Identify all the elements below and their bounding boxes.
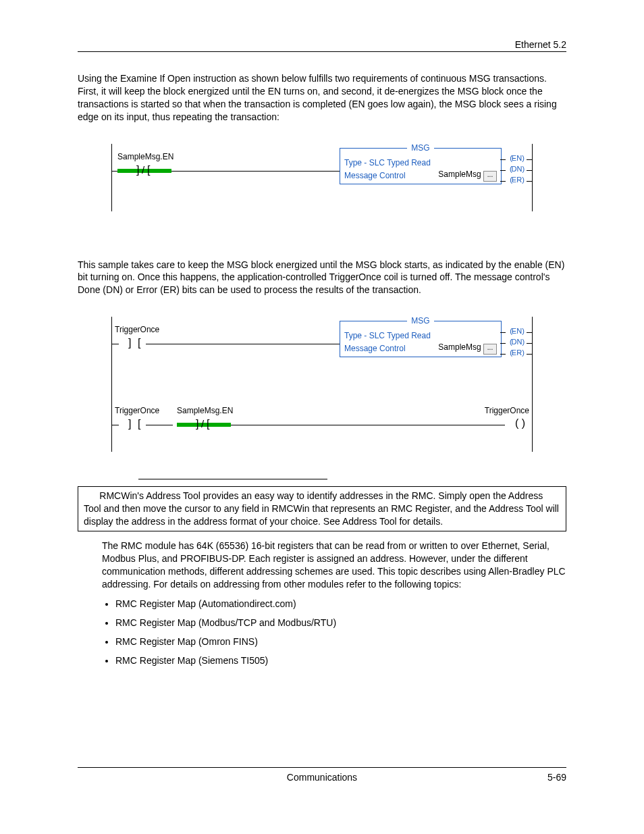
- msg-title-2: MSG: [407, 316, 434, 325]
- msg-config-button[interactable]: ...: [483, 171, 497, 182]
- paragraph-2: This sample takes care to keep the MSG b…: [78, 259, 566, 297]
- header-rule: Ethernet 5.2: [78, 39, 566, 52]
- xic-tag-1: TriggerOnce: [115, 325, 159, 334]
- list-item: RMC Register Map (Omron FINS): [115, 636, 566, 647]
- list-item: RMC Register Map (Modbus/TCP and Modbus/…: [115, 617, 566, 628]
- msg-ctrl-value-2: SampleMsg: [438, 342, 481, 352]
- msg-ctrl-label-2: Message Control: [344, 344, 406, 353]
- msg-config-button-2[interactable]: ...: [483, 344, 497, 355]
- msg-type-label: Type - SLC Typed Read: [344, 158, 431, 167]
- msg-ctrl-label: Message Control: [344, 171, 406, 180]
- tip-box: RMCWin's Address Tool provides an easy w…: [78, 486, 566, 531]
- msg-block: MSG Type - SLC Typed Read Message Contro…: [340, 148, 502, 184]
- xio-tag-2: SampleMsg.EN: [177, 406, 233, 415]
- ladder-diagram-2: TriggerOnce ][ MSG Type - SLC Typed Read…: [111, 317, 533, 452]
- header-section: Ethernet 5.2: [78, 39, 566, 50]
- coil-tag: TriggerOnce: [485, 406, 529, 415]
- tip-text: RMCWin's Address Tool provides an easy w…: [84, 490, 559, 527]
- msg-block-2: MSG Type - SLC Typed Read Message Contro…: [340, 321, 502, 357]
- xio-instruction: ]/[: [117, 164, 171, 178]
- paragraph-3: The RMC module has 64K (65536) 16-bit re…: [102, 540, 566, 591]
- msg-type-label-2: Type - SLC Typed Read: [344, 331, 431, 340]
- msg-out-en: EN: [512, 154, 522, 162]
- bullet-list: RMC Register Map (Automationdirect.com) …: [78, 598, 566, 666]
- msg-out-dn: DN: [512, 165, 522, 173]
- msg-outputs: (EN) (DN) (ER): [502, 154, 532, 186]
- xic-tag-2: TriggerOnce: [115, 406, 159, 415]
- xic-instruction-1: ][: [122, 337, 149, 350]
- msg-out-dn-2: DN: [512, 338, 522, 346]
- msg-ctrl-value: SampleMsg: [438, 170, 481, 179]
- xic-instruction-2: ][: [122, 418, 149, 432]
- footer-center: Communications: [78, 772, 566, 783]
- msg-title: MSG: [407, 143, 434, 153]
- list-item: RMC Register Map (Siemens TI505): [115, 655, 566, 666]
- msg-outputs-2: (EN) (DN) (ER): [502, 327, 532, 359]
- xio-instruction-2: ]/[: [177, 418, 231, 432]
- ladder-diagram-1: SampleMsg.EN ]/[ MSG Type - SLC Typed Re…: [111, 144, 533, 211]
- xio-tag: SampleMsg.EN: [117, 152, 173, 161]
- footer: Communications 5-69: [78, 767, 566, 783]
- msg-out-en-2: EN: [512, 327, 522, 335]
- msg-out-er-2: ER: [512, 348, 522, 357]
- page: Ethernet 5.2 Using the Examine If Open i…: [0, 0, 644, 834]
- list-item: RMC Register Map (Automationdirect.com): [115, 598, 566, 609]
- paragraph-1: Using the Examine If Open instruction as…: [78, 72, 566, 124]
- output-coil: ( ): [515, 417, 525, 429]
- divider: [138, 479, 327, 479]
- msg-out-er: ER: [512, 176, 522, 184]
